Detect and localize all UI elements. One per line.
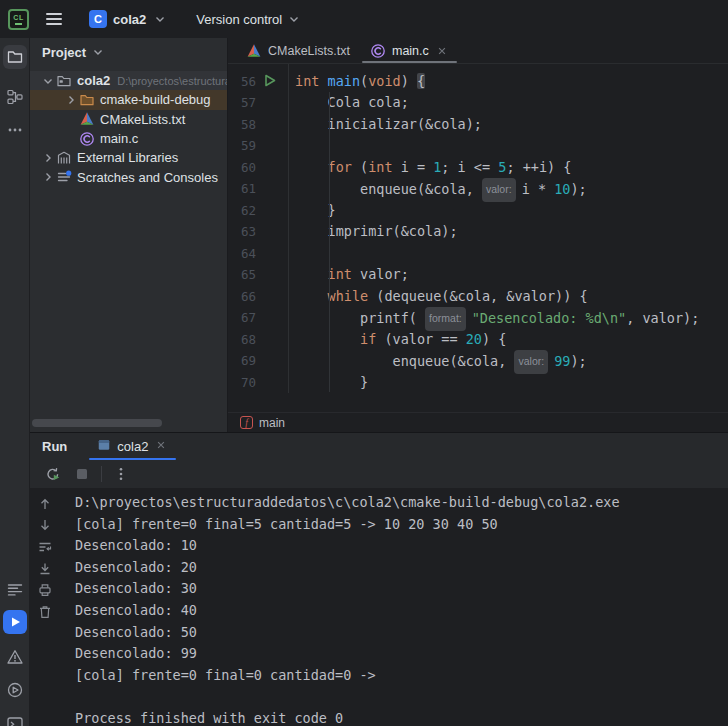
rerun-button[interactable]	[43, 464, 63, 484]
token: i *	[522, 181, 555, 197]
breadcrumb-item[interactable]: main	[259, 416, 285, 430]
parameter-hint: format:	[425, 307, 466, 331]
tree-item-external-libraries[interactable]: External Libraries	[30, 148, 227, 167]
tool-stripe-lines-button[interactable]	[3, 578, 27, 602]
c-file-icon	[370, 43, 386, 59]
console-scrollend-button[interactable]	[30, 558, 60, 580]
token: )	[401, 73, 417, 89]
tree-item-cmakelists-txt[interactable]: CMakeLists.txt	[30, 110, 227, 129]
gutter-slot	[260, 329, 280, 351]
token: ; i <=	[441, 159, 498, 175]
project-panel: Project cola2D:\proyectos\estructuracmak…	[30, 38, 228, 432]
token: ; ++i) {	[506, 159, 571, 175]
token	[319, 73, 327, 89]
chevron-down-icon[interactable]	[40, 73, 56, 89]
console-softwrap-button[interactable]	[30, 536, 60, 558]
tree-item-scratches-and-consoles[interactable]: Scratches and Consoles	[30, 167, 227, 186]
chevron-right-icon[interactable]	[40, 169, 56, 185]
editor-tab-label: main.c	[392, 44, 429, 58]
run-line-icon[interactable]	[262, 73, 278, 89]
version-control-widget[interactable]: Version control	[190, 8, 308, 30]
project-panel-header[interactable]: Project	[30, 38, 227, 66]
token: for	[328, 159, 352, 175]
run-header: Run cola2	[30, 433, 728, 460]
gutter-slot	[260, 350, 280, 372]
token: enqueue(&cola,	[295, 353, 514, 369]
line-number: 58	[228, 114, 256, 136]
console-printer-button[interactable]	[30, 579, 60, 601]
token: valor;	[352, 266, 409, 282]
token: void	[368, 73, 401, 89]
line-number: 60	[228, 157, 256, 179]
code-editor[interactable]: 5556int main(void) {57 Cola cola;58 inic…	[228, 64, 728, 412]
console-line: Desencolado: 40	[75, 600, 728, 622]
printer-icon	[37, 582, 53, 598]
token: ) {	[482, 331, 506, 347]
close-icon[interactable]	[154, 438, 168, 456]
chevron-right-icon[interactable]	[63, 92, 79, 108]
code-text	[289, 243, 295, 265]
tool-stripe-run-button[interactable]	[3, 610, 27, 634]
token	[295, 288, 328, 304]
tool-stripe-terminal-button[interactable]	[3, 712, 27, 726]
titlebar: CL C cola2 Version control	[0, 0, 728, 38]
scratches-icon	[56, 169, 72, 185]
chevron-right-icon[interactable]	[40, 150, 56, 166]
tree-item-cmake-build-debug[interactable]: cmake-build-debug	[30, 90, 227, 109]
cmake-icon	[246, 43, 262, 59]
code-text: inicializar(&cola);	[289, 114, 482, 136]
console-down-button[interactable]	[30, 515, 60, 537]
token: int	[295, 73, 319, 89]
token	[295, 331, 360, 347]
gutter-slot	[260, 92, 280, 114]
editor: CMakeLists.txtmain.c 5556int main(void) …	[228, 38, 728, 432]
token: "Desencolado: %d\n"	[472, 310, 626, 326]
line-number: 64	[228, 243, 256, 265]
gutter: 70	[228, 372, 289, 394]
line-number: 65	[228, 264, 256, 286]
token: (	[360, 73, 368, 89]
tool-stripe-problems-button[interactable]	[3, 645, 27, 669]
code-line-63: 63 imprimir(&cola);	[228, 221, 728, 243]
console-line: Desencolado: 20	[75, 557, 728, 579]
gutter-slot	[260, 157, 280, 179]
close-icon[interactable]	[435, 44, 449, 58]
editor-tab-cmakelists-txt[interactable]: CMakeLists.txt	[236, 38, 360, 63]
editor-tab-main-c[interactable]: main.c	[360, 38, 459, 63]
tree-item-main-c[interactable]: main.c	[30, 129, 227, 148]
tool-stripe-project-folder-button[interactable]	[3, 45, 27, 69]
project-widget[interactable]: C cola2	[83, 7, 174, 31]
softwrap-icon	[37, 539, 53, 555]
code-line-68: 68 if (valor == 20) {	[228, 329, 728, 351]
stop-button[interactable]	[72, 464, 92, 484]
breadcrumbs: f main	[228, 412, 728, 432]
editor-tab-label: CMakeLists.txt	[268, 44, 350, 58]
gutter: 69	[228, 350, 289, 372]
token: enqueue(&cola,	[295, 181, 482, 197]
gutter: 56	[228, 71, 289, 93]
tool-stripe-services-button[interactable]	[3, 678, 27, 702]
token: 20	[466, 331, 482, 347]
gutter: 61	[228, 178, 289, 200]
tree-item-label: External Libraries	[77, 150, 178, 165]
tool-stripe-more-button[interactable]	[3, 118, 27, 142]
token: while	[328, 288, 369, 304]
token: 99	[554, 353, 570, 369]
horizontal-scrollbar[interactable]	[32, 419, 162, 427]
tool-stripe-structure-button[interactable]	[3, 85, 27, 109]
console-trash-button[interactable]	[30, 601, 60, 623]
tree-item-label: CMakeLists.txt	[100, 112, 185, 127]
editor-tabbar: CMakeLists.txtmain.c	[228, 38, 728, 64]
main-menu-icon[interactable]	[41, 7, 67, 31]
code-text: Cola cola;	[289, 92, 409, 114]
tree-item-cola2[interactable]: cola2D:\proyectos\estructura	[30, 71, 227, 90]
services-icon	[6, 681, 24, 699]
more-options-icon[interactable]	[111, 464, 131, 484]
scrollend-icon	[37, 561, 53, 577]
line-number: 62	[228, 200, 256, 222]
run-tab-cola2[interactable]: cola2	[89, 433, 176, 460]
console-up-button[interactable]	[30, 493, 60, 515]
up-icon	[37, 496, 53, 512]
project-folder-icon	[6, 48, 24, 66]
lines-icon	[6, 581, 24, 599]
